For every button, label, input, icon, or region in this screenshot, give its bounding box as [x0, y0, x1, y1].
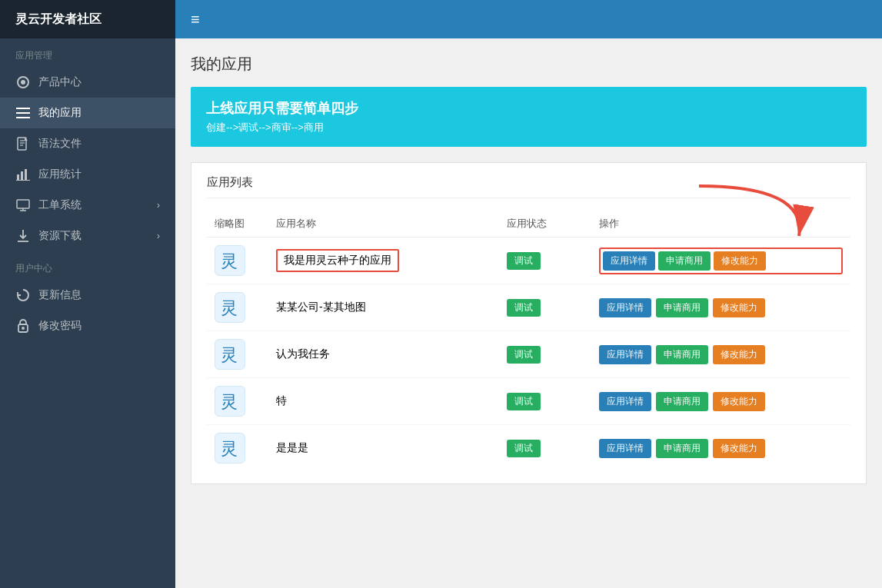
svg-point-1	[21, 80, 25, 85]
modify-ability-btn-3[interactable]: 修改能力	[713, 345, 765, 364]
cell-appname-5: 是是是	[268, 425, 499, 472]
table-row: 灵 我是用灵云种子的应用 调试	[207, 238, 850, 284]
cell-appname-2: 某某公司-某其地图	[268, 284, 499, 331]
app-detail-btn-5[interactable]: 应用详情	[599, 439, 651, 458]
refresh-icon	[15, 287, 31, 303]
status-badge: 调试	[507, 299, 541, 317]
svg-text:灵: 灵	[221, 439, 238, 458]
svg-rect-9	[17, 174, 19, 180]
sidebar-item-app-stats[interactable]: 应用统计	[0, 159, 175, 190]
app-list-title: 应用列表	[207, 175, 850, 198]
apply-commercial-btn-2[interactable]: 申请商用	[656, 298, 708, 317]
col-thumbnail: 缩略图	[207, 211, 268, 238]
table-row: 灵 某某公司-某其地图 调试 应用详情 申请商用	[207, 284, 850, 331]
svg-point-18	[22, 327, 25, 330]
col-status: 应用状态	[499, 211, 591, 238]
svg-rect-13	[17, 200, 29, 208]
apply-commercial-btn-5[interactable]: 申请商用	[656, 439, 708, 458]
cell-appname-4: 特	[268, 378, 499, 425]
app-icon: 灵	[215, 433, 245, 463]
app-detail-btn-4[interactable]: 应用详情	[599, 392, 651, 411]
chart-icon	[15, 167, 31, 182]
app-name-highlighted: 我是用灵云种子的应用	[276, 249, 399, 272]
sidebar-item-ticket[interactable]: 工单系统 ›	[0, 190, 175, 221]
cell-status-5: 调试	[499, 425, 591, 472]
banner-title: 上线应用只需要简单四步	[206, 99, 851, 118]
svg-text:灵: 灵	[221, 298, 238, 317]
download-icon	[15, 228, 31, 244]
sidebar-section-user-center: 用户中心	[0, 251, 175, 280]
action-btn-group: 应用详情 申请商用 修改能力	[599, 298, 843, 317]
sidebar-item-grammar-label: 语法文件	[38, 137, 82, 151]
app-detail-btn-3[interactable]: 应用详情	[599, 345, 651, 364]
menu-icon	[15, 105, 31, 121]
app-list-container: 应用列表 缩略图 应用名称 应用状态 操作	[191, 162, 867, 484]
sidebar-section-app-mgmt: 应用管理	[0, 38, 175, 67]
table-row: 灵 是是是 调试 应用详情 申请商用	[207, 425, 850, 472]
cell-thumbnail: 灵	[207, 378, 268, 425]
svg-rect-3	[16, 112, 30, 114]
sidebar-title: 灵云开发者社区	[15, 12, 102, 28]
cell-appname-1: 我是用灵云种子的应用	[268, 238, 499, 284]
sidebar-item-resource-label: 资源下载	[38, 229, 82, 243]
modify-ability-btn-2[interactable]: 修改能力	[713, 298, 765, 317]
cell-thumbnail: 灵	[207, 238, 268, 284]
sidebar-item-change-pwd[interactable]: 修改密码	[0, 311, 175, 341]
content-area: 我的应用 上线应用只需要简单四步 创建-->调试-->商审-->商用 应用列表	[175, 38, 882, 588]
cell-thumbnail: 灵	[207, 284, 268, 331]
sidebar-header: 灵云开发者社区	[0, 0, 175, 38]
sidebar-item-product-center[interactable]: 产品中心	[0, 67, 175, 98]
status-badge: 调试	[507, 440, 541, 457]
action-btn-group: 应用详情 申请商用 修改能力	[599, 345, 843, 364]
cell-actions-3: 应用详情 申请商用 修改能力	[591, 331, 850, 378]
svg-rect-2	[16, 108, 30, 109]
sidebar-item-update-info[interactable]: 更新信息	[0, 280, 175, 311]
page-title: 我的应用	[191, 54, 867, 75]
svg-rect-10	[21, 171, 23, 180]
cell-actions-5: 应用详情 申请商用 修改能力	[591, 425, 850, 472]
modify-ability-btn-4[interactable]: 修改能力	[713, 392, 765, 411]
banner-subtitle: 创建-->调试-->商审-->商用	[206, 121, 851, 135]
sidebar-item-changepwd-label: 修改密码	[38, 319, 82, 333]
sidebar-item-product-label: 产品中心	[38, 75, 82, 89]
svg-text:灵: 灵	[221, 251, 238, 271]
sidebar-item-my-apps[interactable]: 我的应用	[0, 98, 175, 128]
circle-icon	[15, 75, 31, 90]
app-detail-btn-1[interactable]: 应用详情	[603, 251, 655, 271]
table-row: 灵 认为我任务 调试 应用详情 申请商用	[207, 331, 850, 378]
status-badge: 调试	[507, 252, 541, 270]
cell-status-3: 调试	[499, 331, 591, 378]
cell-thumbnail: 灵	[207, 425, 268, 472]
cell-actions-1: 应用详情 申请商用 修改能力	[591, 238, 850, 284]
app-icon: 灵	[215, 386, 245, 417]
file-icon	[15, 136, 31, 151]
app-icon: 灵	[215, 245, 245, 276]
chevron-right-icon2: ›	[157, 231, 160, 241]
modify-ability-btn-1[interactable]: 修改能力	[714, 251, 766, 271]
action-btn-group: 应用详情 申请商用 修改能力	[599, 439, 843, 458]
col-action: 操作	[591, 211, 850, 238]
app-icon: 灵	[215, 339, 245, 370]
cell-status-2: 调试	[499, 284, 591, 331]
app-detail-btn-2[interactable]: 应用详情	[599, 298, 651, 317]
svg-text:灵: 灵	[221, 345, 238, 364]
sidebar-item-myapps-label: 我的应用	[38, 106, 82, 120]
cell-actions-4: 应用详情 申请商用 修改能力	[591, 378, 850, 425]
topbar: ≡	[175, 0, 882, 38]
sidebar-item-ticket-label: 工单系统	[38, 198, 82, 212]
sidebar: 灵云开发者社区 应用管理 产品中心 我的应用 语法文件 应用统计 工单系统 ›	[0, 0, 175, 588]
cell-appname-3: 认为我任务	[268, 331, 499, 378]
onboarding-banner: 上线应用只需要简单四步 创建-->调试-->商审-->商用	[191, 87, 867, 147]
topbar-menu-icon[interactable]: ≡	[191, 11, 200, 28]
sidebar-item-updateinfo-label: 更新信息	[38, 288, 82, 302]
svg-rect-11	[25, 169, 27, 180]
chevron-right-icon: ›	[157, 200, 160, 211]
main-content: ≡ 我的应用 上线应用只需要简单四步 创建-->调试-->商审-->商用 应用列…	[175, 0, 882, 588]
apply-commercial-btn-4[interactable]: 申请商用	[656, 392, 708, 411]
app-table: 缩略图 应用名称 应用状态 操作 灵	[207, 211, 850, 471]
apply-commercial-btn-3[interactable]: 申请商用	[656, 345, 708, 364]
sidebar-item-resource[interactable]: 资源下载 ›	[0, 221, 175, 251]
sidebar-item-grammar-files[interactable]: 语法文件	[0, 128, 175, 159]
apply-commercial-btn-1[interactable]: 申请商用	[658, 251, 711, 271]
modify-ability-btn-5[interactable]: 修改能力	[713, 439, 765, 458]
